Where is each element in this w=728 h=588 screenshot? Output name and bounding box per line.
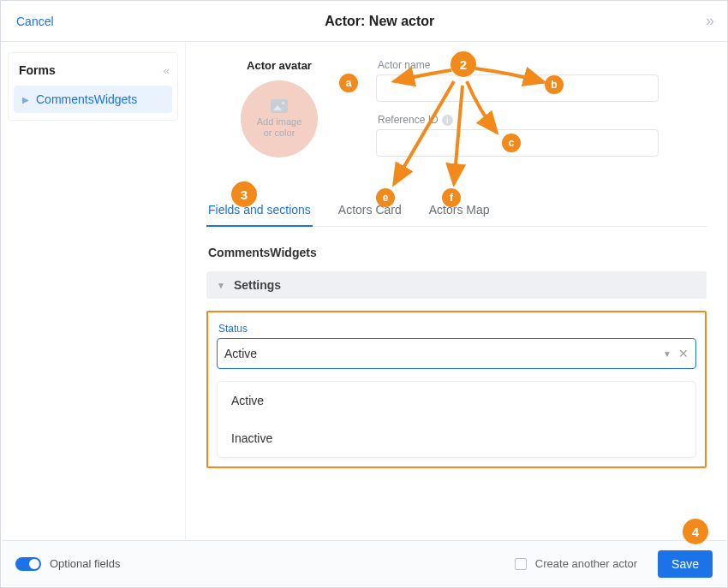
- status-option-inactive[interactable]: Inactive: [218, 419, 695, 457]
- status-label: Status: [218, 323, 696, 335]
- optional-fields-toggle[interactable]: [15, 557, 41, 571]
- dialog-footer: Optional fields Create another actor Sav…: [2, 540, 726, 586]
- reference-id-input[interactable]: [376, 129, 659, 157]
- expand-chevron-icon[interactable]: »: [706, 12, 712, 30]
- sidebar: Forms « ▶ CommentsWidgets: [1, 42, 186, 542]
- group-caret-icon: ▼: [217, 281, 225, 290]
- status-option-active[interactable]: Active: [218, 382, 695, 419]
- dialog-header: Cancel Actor: New actor »: [1, 1, 727, 42]
- status-dropdown: Active Inactive: [217, 381, 696, 458]
- clear-select-icon[interactable]: ✕: [678, 347, 689, 360]
- actor-name-input[interactable]: [376, 74, 659, 102]
- actor-name-label: Actor name: [378, 59, 707, 71]
- tab-actors-map[interactable]: Actors Map: [427, 194, 492, 226]
- tab-fields-and-sections[interactable]: Fields and sections: [206, 194, 313, 227]
- main-panel: Actor avatar Add image or color Actor na…: [186, 42, 727, 542]
- cancel-button[interactable]: Cancel: [16, 15, 54, 28]
- create-another-checkbox[interactable]: [515, 558, 527, 570]
- image-placeholder-icon: [271, 99, 288, 113]
- status-select[interactable]: Active ▼ ✕: [217, 338, 696, 369]
- sidebar-item-commentswidgets[interactable]: ▶ CommentsWidgets: [14, 86, 172, 113]
- avatar-placeholder-text: Add image or color: [257, 116, 302, 139]
- info-icon[interactable]: i: [442, 115, 453, 126]
- section-title: CommentsWidgets: [208, 246, 705, 259]
- settings-group-header[interactable]: ▼ Settings: [206, 271, 707, 299]
- collapse-sidebar-icon[interactable]: «: [164, 64, 167, 77]
- sidebar-heading: Forms: [19, 63, 56, 77]
- settings-group-label: Settings: [234, 278, 281, 292]
- tree-caret-icon: ▶: [22, 95, 29, 104]
- reference-id-label: Reference IDi: [378, 114, 707, 126]
- highlighted-area: Status Active ▼ ✕ Active Inactive: [206, 311, 707, 468]
- save-button[interactable]: Save: [658, 550, 713, 578]
- status-value: Active: [224, 347, 257, 360]
- tabs: Fields and sections Actors Card Actors M…: [206, 194, 707, 227]
- create-another-label: Create another actor: [535, 557, 637, 570]
- optional-fields-label: Optional fields: [50, 557, 120, 570]
- dialog-title: Actor: New actor: [54, 14, 706, 29]
- select-caret-icon: ▼: [663, 349, 671, 359]
- sidebar-item-label: CommentsWidgets: [36, 92, 137, 106]
- tab-actors-card[interactable]: Actors Card: [337, 194, 403, 226]
- avatar-upload[interactable]: Add image or color: [241, 80, 318, 157]
- avatar-label: Actor avatar: [206, 59, 352, 72]
